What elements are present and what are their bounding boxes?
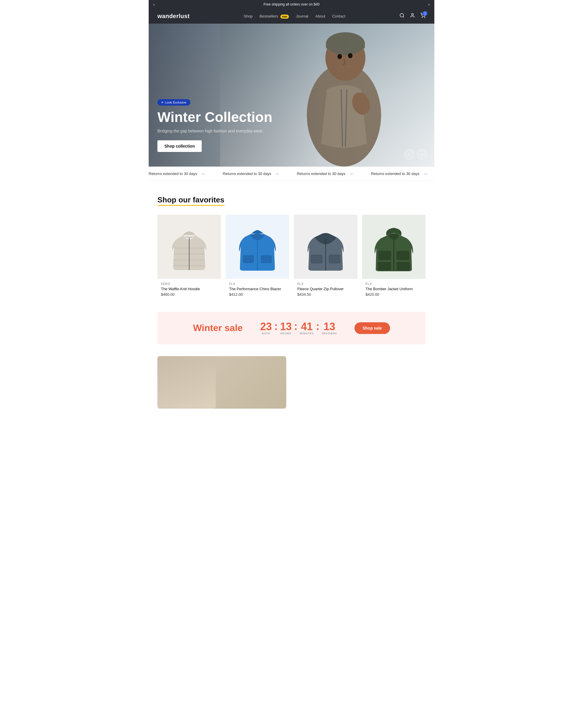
product-price-1: $460.00 [161, 292, 218, 296]
hero-cta-button[interactable]: Shop collection [158, 140, 202, 152]
hero-tag: Look Exclusive [158, 99, 190, 106]
returns-text-1: Returns extended to 30 days [149, 172, 197, 176]
returns-ticker: Returns extended to 30 days → Returns ex… [149, 171, 434, 177]
sale-banner: Winter sale 23 DAYS : 13 HOURS : 41 MINU… [158, 312, 425, 344]
returns-arrow-icon-1: → [200, 171, 205, 177]
product-price-2: $412.00 [229, 292, 286, 296]
hero-title: Winter Collection [158, 110, 272, 125]
returns-arrow-icon-4: → [423, 171, 427, 177]
shop-sale-button[interactable]: Shop sale [355, 322, 390, 334]
svg-rect-19 [261, 256, 271, 263]
announcement-next-button[interactable]: › [428, 2, 430, 7]
section-heading: Shop our favorites [158, 196, 224, 206]
svg-point-2 [412, 14, 413, 15]
account-icon [410, 13, 415, 18]
product-jacket-svg-3 [305, 220, 346, 273]
returns-item-2: Returns extended to 30 days → [223, 171, 279, 177]
svg-rect-25 [378, 262, 391, 270]
countdown-sep-2: : [294, 321, 298, 335]
shop-favorites-section: Shop our favorites [149, 181, 434, 312]
product-info-4: FLX The Bomber Jacket Uniform $420.00 [362, 279, 425, 300]
returns-text-3: Returns extended to 30 days [297, 172, 345, 176]
hero-tag-dot [162, 102, 163, 103]
returns-text-2: Returns extended to 30 days [223, 172, 271, 176]
product-price-3: $434.50 [297, 292, 354, 296]
teaser-inner [158, 356, 216, 409]
returns-item-3: Returns extended to 30 days → [297, 171, 353, 177]
product-card-4[interactable]: FLX The Bomber Jacket Uniform $420.00 [362, 215, 425, 300]
svg-line-1 [403, 16, 404, 17]
hero-prev-arrow[interactable]: ← [404, 149, 415, 159]
product-brand-4: FLX [365, 282, 422, 286]
product-brand-1: ZERO [161, 282, 218, 286]
countdown-minutes-label: MINUTES [300, 332, 314, 335]
returns-arrow-icon-3: → [349, 171, 354, 177]
nav-bestsellers[interactable]: Bestsellers new [259, 14, 289, 18]
countdown-seconds-num: 13 [322, 321, 337, 332]
returns-bar: Returns extended to 30 days → Returns ex… [149, 166, 434, 181]
product-card-1[interactable]: ZERO The Waffle-Knit Hoodie $460.00 [158, 215, 221, 300]
bottom-teaser [149, 356, 434, 420]
search-icon [399, 13, 405, 18]
announcement-prev-button[interactable]: ‹ [153, 2, 155, 7]
svg-rect-22 [329, 255, 340, 263]
products-grid: ZERO The Waffle-Knit Hoodie $460.00 [158, 215, 425, 300]
nav-contact[interactable]: Contact [332, 14, 345, 18]
returns-arrow-icon-2: → [275, 171, 279, 177]
countdown-hours-label: HOURS [280, 332, 292, 335]
product-card-3[interactable]: FLX Fleece Quarter Zip Pullover $434.50 [294, 215, 357, 300]
countdown-hours: 13 HOURS [280, 321, 292, 335]
svg-point-3 [422, 17, 423, 18]
product-brand-2: FLX [229, 282, 286, 286]
svg-rect-21 [311, 255, 322, 263]
account-button[interactable] [410, 13, 415, 20]
countdown-seconds: 13 SECONDS [322, 321, 337, 335]
search-button[interactable] [399, 13, 405, 20]
countdown: 23 DAYS : 13 HOURS : 41 MINUTES : 13 SEC… [260, 321, 337, 335]
site-header: wanderlust Shop Bestsellers new Journal … [149, 9, 434, 24]
nav-about[interactable]: About [315, 14, 325, 18]
product-image-4 [362, 215, 425, 279]
nav-journal[interactable]: Journal [296, 14, 308, 18]
product-name-4: The Bomber Jacket Uniform [365, 287, 422, 291]
countdown-minutes-num: 41 [300, 321, 314, 332]
svg-rect-18 [243, 256, 254, 263]
product-info-2: FLX The Performance Chino Blazer $412.00 [226, 279, 289, 300]
returns-item-1: Returns extended to 30 days → [149, 171, 205, 177]
svg-rect-26 [397, 262, 410, 270]
nav-badge-new: new [280, 15, 289, 19]
cart-count-badge: 1 [423, 11, 427, 16]
countdown-days: 23 DAYS [260, 321, 272, 335]
hero-nav-arrows: ← → [404, 149, 427, 159]
product-price-4: $420.00 [365, 292, 422, 296]
product-card-2[interactable]: FLX The Performance Chino Blazer $412.00 [226, 215, 289, 300]
cart-button[interactable]: 1 [420, 13, 425, 20]
announcement-bar: ‹ Free shipping all orders over on $40 › [149, 0, 434, 9]
svg-rect-24 [397, 251, 409, 260]
countdown-seconds-label: SECONDS [322, 332, 337, 335]
teaser-card[interactable] [158, 356, 286, 409]
countdown-sep-1: : [274, 321, 278, 335]
product-info-3: FLX Fleece Quarter Zip Pullover $434.50 [294, 279, 357, 300]
returns-item-4: Returns extended to 30 days → [371, 171, 427, 177]
product-image-1 [158, 215, 221, 279]
hero-subtitle: Bridging the gap between high fashion an… [158, 129, 272, 133]
svg-point-4 [424, 17, 425, 18]
countdown-minutes: 41 MINUTES [300, 321, 314, 335]
product-jacket-svg-1 [169, 220, 210, 273]
site-logo[interactable]: wanderlust [158, 13, 190, 20]
product-image-2 [226, 215, 289, 279]
hero-next-arrow[interactable]: → [417, 149, 427, 159]
product-name-1: The Waffle-Knit Hoodie [161, 287, 218, 291]
announcement-text: Free shipping all orders over on $40 [263, 2, 320, 6]
sale-title: Winter sale [193, 322, 243, 333]
countdown-days-num: 23 [260, 321, 272, 332]
product-jacket-svg-4 [373, 220, 414, 273]
nav-shop[interactable]: Shop [244, 14, 252, 18]
countdown-hours-num: 13 [280, 321, 292, 332]
product-jacket-svg-2 [237, 220, 278, 273]
svg-rect-23 [379, 251, 391, 260]
header-icons: 1 [399, 13, 425, 20]
section-heading-plain: Shop [158, 196, 178, 204]
hero-content: Look Exclusive Winter Collection Bridgin… [149, 99, 281, 166]
